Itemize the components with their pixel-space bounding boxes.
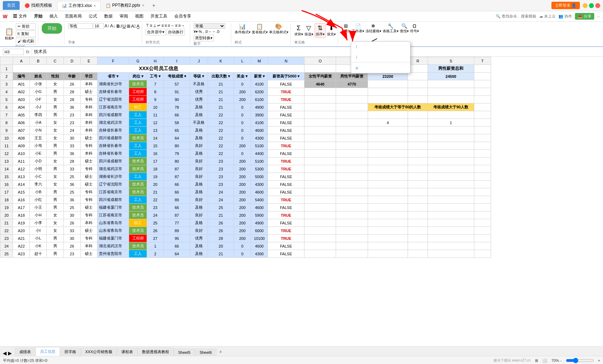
cell-age[interactable]: 36 — [63, 196, 80, 204]
close-button[interactable] — [595, 3, 600, 8]
cell-empno[interactable]: 22 — [147, 196, 163, 204]
menu-insert[interactable]: 插入 — [47, 12, 61, 21]
cell-edu[interactable]: 专科 — [80, 188, 97, 196]
tab-employees[interactable]: 员工信息 — [35, 347, 60, 356]
tab-sheet6[interactable]: Sheet6 — [195, 349, 216, 356]
cell-edu[interactable]: 硕士 — [80, 88, 97, 96]
currency-button[interactable]: ¥▾ — [194, 29, 198, 34]
cell-age[interactable]: 28 — [63, 157, 80, 165]
cell-level[interactable]: 良好 — [190, 173, 208, 181]
cell-above5000[interactable]: FALSE — [268, 181, 304, 188]
align-top[interactable]: ⊤ — [146, 23, 149, 28]
cell-age[interactable]: 26 — [63, 242, 80, 250]
col-H[interactable]: H — [147, 57, 163, 65]
cell-days[interactable]: 25 — [208, 204, 234, 211]
number-format-select[interactable]: 常规 — [194, 23, 225, 29]
cell-empno[interactable]: 10 — [147, 103, 163, 111]
cell-empno[interactable]: 24 — [147, 211, 163, 219]
cell-salary[interactable]: 10100 — [251, 235, 268, 242]
formula-input[interactable] — [34, 49, 600, 54]
cell-age[interactable]: 33 — [63, 142, 80, 150]
cell-id[interactable]: A07 — [13, 127, 30, 134]
cell-job[interactable]: 工人 — [129, 127, 147, 134]
decimal-increase[interactable]: .0→ — [205, 29, 212, 34]
cell-salary[interactable]: 4100 — [251, 80, 268, 88]
cell-job[interactable]: 技术员 — [129, 181, 147, 188]
cell-job[interactable]: 工人 — [129, 119, 147, 127]
cell-empno[interactable]: 19 — [147, 173, 163, 181]
cell-above5000[interactable]: FALSE — [268, 150, 304, 157]
cell-bonus[interactable]: 0 — [234, 242, 251, 250]
cell-edu[interactable]: 本科 — [80, 103, 97, 111]
col-K[interactable]: K — [208, 57, 234, 65]
cell-edu[interactable]: 本科 — [80, 150, 97, 157]
cell-edu[interactable]: 专科 — [80, 211, 97, 219]
cell-level[interactable]: 良好 — [190, 196, 208, 204]
cell-empno[interactable]: 15 — [147, 142, 163, 150]
cell-level[interactable]: 及格 — [190, 134, 208, 142]
menu-dev[interactable]: 开发工具 — [148, 12, 170, 21]
cell-above5000[interactable]: FALSE — [268, 204, 304, 211]
sheet-nav-right[interactable]: ▶ — [8, 350, 12, 356]
cell-bonus[interactable]: 200 — [234, 211, 251, 219]
cell-score[interactable]: 80 — [164, 142, 190, 150]
cell-age[interactable]: 23 — [63, 250, 80, 258]
cell-bonus[interactable]: 0 — [234, 150, 251, 157]
cell-gender[interactable]: 女 — [47, 119, 63, 127]
cell-edu[interactable]: 本科 — [80, 219, 97, 227]
collaborate[interactable]: 👥 协作 — [558, 14, 572, 19]
cell-gender[interactable]: 男 — [47, 196, 63, 204]
sheet-nav-left[interactable]: ◀ — [3, 350, 7, 356]
cell-level[interactable]: 及格 — [190, 219, 208, 227]
sum-button[interactable]: Σ 求和▾ — [294, 25, 303, 37]
cell-job[interactable]: 技术员 — [129, 134, 147, 142]
cell-salary[interactable]: 4400 — [251, 150, 268, 157]
cell-province[interactable]: 四川省成都市 — [97, 196, 129, 204]
cell-id[interactable]: A06 — [13, 119, 30, 127]
cell-score[interactable]: 64 — [164, 134, 190, 142]
cell-above5000[interactable]: TRUE — [268, 96, 304, 103]
cell-empno[interactable]: 21 — [147, 188, 163, 196]
cell-score[interactable]: 80 — [164, 157, 190, 165]
cell-above5000[interactable]: FALSE — [268, 219, 304, 227]
cell-empno[interactable]: 25 — [147, 219, 163, 227]
cell-salary[interactable]: 6000 — [251, 227, 268, 235]
cell-empno[interactable]: 23 — [147, 204, 163, 211]
cell-age[interactable]: 30 — [63, 134, 80, 142]
cell-job[interactable]: 工程师 — [129, 235, 147, 242]
cell-name[interactable]: 小J — [30, 103, 47, 111]
cell-job[interactable]: 技术员 — [129, 211, 147, 219]
cell-edu[interactable]: 硕士 — [80, 173, 97, 181]
align-right[interactable]: ≡ — [168, 23, 170, 28]
cell-name[interactable]: 小王 — [30, 204, 47, 211]
cell-salary[interactable]: 4300 — [251, 250, 268, 258]
cell-level[interactable]: 及格 — [190, 242, 208, 250]
cell-level[interactable]: 良好 — [190, 211, 208, 219]
type-convert-button[interactable]: 类型转换▾ — [194, 35, 214, 41]
cell-edu[interactable]: 硕士 — [80, 157, 97, 165]
cell-salary[interactable]: 4900 — [251, 219, 268, 227]
cell-name[interactable]: 小红 — [30, 196, 47, 204]
sort-desc-item[interactable]: ↓ — [351, 52, 410, 61]
cell-name[interactable]: 小H — [30, 211, 47, 219]
format-copy-button[interactable]: 🖌 格式刷 — [16, 38, 36, 45]
cell-province[interactable]: 江苏省南京市 — [97, 211, 129, 219]
zoom-slider[interactable] — [566, 358, 594, 363]
cell-above5000[interactable]: TRUE — [268, 88, 304, 96]
cell-age[interactable]: 36 — [63, 181, 80, 188]
cell-name[interactable]: 小韦 — [30, 142, 47, 150]
cell-gender[interactable]: 女 — [47, 134, 63, 142]
table-style-button[interactable]: 📋 套表格式▾ — [252, 23, 268, 35]
cell-above5000[interactable]: FALSE — [268, 80, 304, 88]
cell-age[interactable]: 33 — [63, 227, 80, 235]
zoom-in-button[interactable]: + — [598, 358, 600, 363]
cell-id[interactable]: A21 — [13, 235, 30, 242]
cell-score[interactable]: 79 — [164, 150, 190, 157]
col-L[interactable]: L — [234, 57, 251, 65]
conditional-format-button[interactable]: 📊 条件格式▾ — [235, 23, 250, 35]
bold-button[interactable]: B — [116, 23, 120, 29]
cell-bonus[interactable]: 200 — [234, 235, 251, 242]
cell-level[interactable]: 及格 — [190, 103, 208, 111]
cell-salary[interactable]: 5300 — [251, 165, 268, 173]
cell-gender[interactable]: 男 — [47, 165, 63, 173]
